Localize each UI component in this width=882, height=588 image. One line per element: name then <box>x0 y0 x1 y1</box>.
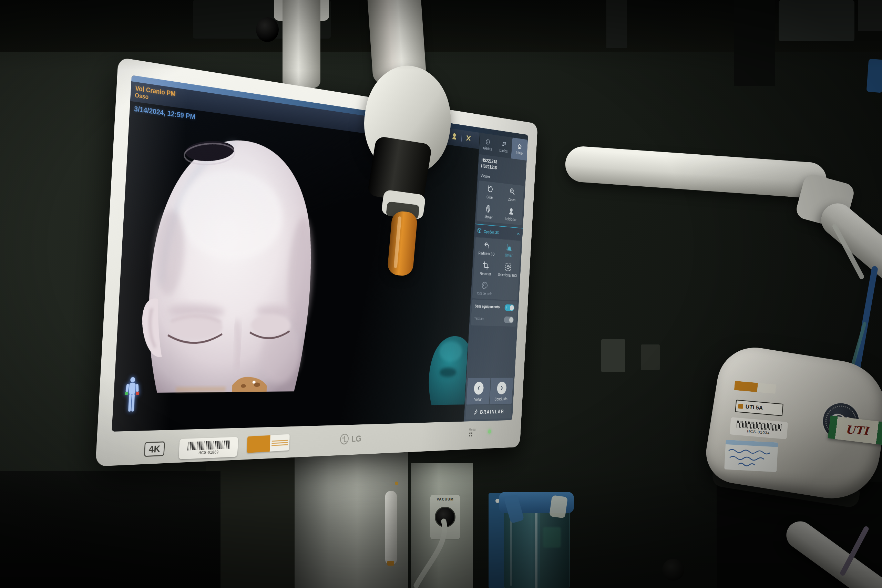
tool-limiar[interactable]: Limiar <box>498 242 520 259</box>
asset-tag-text: HCS-01869 <box>198 450 219 455</box>
crop-icon <box>482 261 490 270</box>
right-hand-marker <box>136 392 139 395</box>
ceiling-strut <box>734 0 775 86</box>
menu-label: Menu <box>469 428 476 432</box>
tool-girar[interactable]: Girar <box>478 183 501 201</box>
palette-icon <box>481 281 489 290</box>
ge-handwritten-sticker <box>724 440 778 472</box>
blue-connector <box>867 59 882 93</box>
strip-orange-tip <box>387 561 394 566</box>
gold-screw <box>395 482 398 485</box>
ge-asset-sticker: HCS-01034 <box>730 417 788 439</box>
add-head-icon <box>508 206 515 216</box>
canister-pole <box>535 507 537 588</box>
textura-toggle[interactable] <box>504 316 514 323</box>
vacuum-tube <box>406 515 458 588</box>
column-metal-strip <box>385 491 397 565</box>
tool-tom-de-pele[interactable]: Tom de pele <box>473 280 496 297</box>
tool-adicionar[interactable]: Adicionar <box>500 206 522 222</box>
menu-button[interactable] <box>469 432 472 436</box>
monitor-mount-pole <box>282 0 320 88</box>
toggle-label: Textura <box>474 316 484 321</box>
roi-cube-icon <box>505 262 512 272</box>
close-icon[interactable] <box>465 134 471 142</box>
sidebar-nav: Voltar Concluído <box>466 378 513 405</box>
head-3d-render <box>122 81 334 409</box>
voltar-button[interactable]: Voltar <box>466 378 490 405</box>
ceiling-strut-2 <box>606 0 627 48</box>
toggle-label: Sem equipamento <box>475 304 500 310</box>
concluido-button[interactable]: Concluído <box>490 378 513 404</box>
chevron-up-icon <box>516 231 520 237</box>
tool-mover[interactable]: Mover <box>477 203 500 220</box>
tool-selecionar-roi[interactable]: Selecionar ROI <box>496 262 519 278</box>
power-led <box>488 429 491 434</box>
tab-dados[interactable]: Dados <box>495 135 512 159</box>
rotate-icon <box>486 184 494 194</box>
undo-icon <box>483 241 490 250</box>
wall-box-2 <box>641 345 660 370</box>
runner-icon <box>473 409 478 416</box>
sem-equipamento-toggle[interactable]: I <box>504 304 514 311</box>
ceiling-equipment-box <box>778 0 854 41</box>
tab-alertas[interactable]: Alertas <box>479 133 496 156</box>
mount-knob <box>256 17 279 42</box>
lg-symbol-icon <box>339 433 350 446</box>
monitor-screen: Vol Cranio PM Osso 3/14/2024, 12:59 PM <box>112 75 528 432</box>
operating-room-scene: VACUUM <box>0 0 882 588</box>
vacuum-label: VACUUM <box>430 497 460 501</box>
patient-orientation-figure <box>122 376 142 414</box>
toggle-row-textura: Textura <box>471 312 516 326</box>
brainlab-logo: BRAINLAB <box>465 405 512 420</box>
zoom-in-icon <box>509 187 516 196</box>
surgical-monitor: Vol Cranio PM Osso 3/14/2024, 12:59 PM <box>95 57 538 466</box>
orange-sticker <box>247 434 290 453</box>
asset-sticker: HCS-01869 <box>178 437 238 459</box>
tool-recortar[interactable]: Recortar <box>474 260 498 277</box>
ceiling-equipment-box-2 <box>858 0 882 31</box>
lg-logo: LG <box>339 432 362 446</box>
4k-badge: 4K <box>144 441 165 457</box>
barcode <box>736 421 782 431</box>
chevron-right-icon <box>496 382 507 394</box>
info-icon <box>485 138 490 146</box>
tab-inicio[interactable]: Início <box>511 138 528 160</box>
divider <box>461 133 462 142</box>
histogram-icon <box>506 243 513 252</box>
foreground-shadow-mass <box>0 471 220 588</box>
ge-location-sticker: UTI 5A <box>735 400 783 416</box>
lid-valve[interactable] <box>549 495 568 518</box>
toggle-row-sem-equipamento: Sem equipamento I <box>472 300 517 314</box>
wall-box <box>601 339 626 372</box>
tool-zoom[interactable]: Zoom <box>501 186 524 203</box>
toggles-panel: Sem equipamento I Textura <box>471 299 517 327</box>
home-icon <box>517 143 522 150</box>
cube-icon <box>477 227 482 235</box>
people-icon <box>501 141 507 147</box>
head-icon[interactable] <box>451 131 458 141</box>
canister-print <box>543 527 561 548</box>
ge-orange-sticker <box>734 381 776 394</box>
barcode <box>188 441 230 450</box>
options-3d-panel: Redefinir 3D Limiar <box>472 237 521 300</box>
handwriting-scribble <box>724 444 778 471</box>
left-hand-marker <box>125 392 128 395</box>
boom-arm-horizontal-tube <box>564 146 828 200</box>
view-tools-panel: Girar Zoom <box>477 180 524 225</box>
hand-icon <box>486 204 493 214</box>
tool-redefinir-3d[interactable]: Redefinir 3D <box>475 240 498 256</box>
chevron-left-icon <box>473 382 484 395</box>
knob[interactable] <box>662 559 684 581</box>
